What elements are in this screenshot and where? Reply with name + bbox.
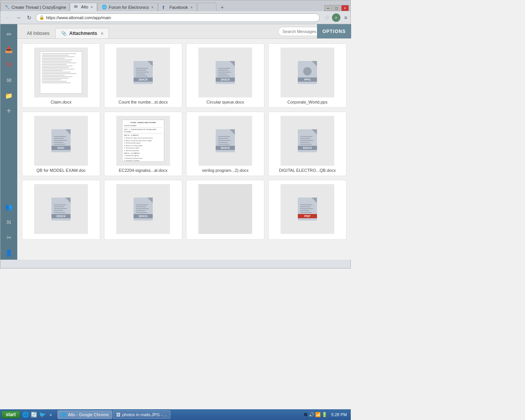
- file-thumbnail: PPS: [281, 48, 334, 97]
- forward-button[interactable]: →: [14, 13, 23, 22]
- file-name: verilog program...2).docx: [190, 168, 261, 173]
- taskbar-item-chrome[interactable]: 🌐 Alto - Google Chrome: [58, 410, 112, 419]
- tab-close-2[interactable]: ×: [91, 5, 93, 9]
- file-item[interactable]: [186, 180, 264, 240]
- file-thumbnail: DOCX: [116, 48, 170, 97]
- docx-icon: DOCX: [216, 129, 235, 152]
- tab-attachments[interactable]: 📎 Attachments ×: [55, 28, 109, 38]
- docx-icon: DOCX: [134, 61, 153, 84]
- minimize-button[interactable]: ─: [324, 5, 332, 11]
- taskbar-right: ⚙ 🔊 📶 🔋 5:28 PM: [304, 412, 349, 417]
- file-thumbnail: DOC: [34, 116, 88, 166]
- new-tab-button[interactable]: +: [218, 3, 226, 11]
- options-button[interactable]: OPTIONS: [317, 24, 351, 38]
- tray-icon-battery[interactable]: 🔋: [322, 412, 327, 417]
- file-thumbnail: DOCX: [34, 184, 88, 234]
- taskbar-item-chrome-label: Alto - Google Chrome: [68, 412, 109, 417]
- back-button[interactable]: ←: [3, 13, 12, 22]
- taskbar-quick-launch: 🌐 🔄 🐦 »: [21, 411, 54, 418]
- docx-icon: DOCX: [134, 198, 153, 221]
- file-name: Count the numbe...st.docx: [107, 100, 179, 104]
- file-item[interactable]: DOCX DIGITAL ELECTRO...QB.docx: [268, 112, 347, 176]
- tab-close-1[interactable]: ×: [69, 5, 69, 10]
- sidebar-icon-gmail[interactable]: M: [2, 58, 16, 72]
- file-item[interactable]: EC2204 - SIGNALS AND SYSTEMS QUESTION BA…: [104, 112, 182, 176]
- sidebar: ✏ 📥 M ✉ 📁 + 👥 31 ✂ 👤: [0, 24, 17, 260]
- pdf-icon: PDF: [298, 198, 317, 221]
- file-thumbnail: DOCX: [281, 116, 334, 166]
- attachments-tab-close[interactable]: ×: [101, 31, 103, 36]
- file-thumbnail: PDF: [281, 184, 334, 234]
- tray-icon-1[interactable]: ⚙: [304, 412, 308, 417]
- tab-forum[interactable]: 🌐 Forum for Electronics ×: [97, 3, 158, 11]
- tray-icon-3[interactable]: 📶: [315, 412, 321, 417]
- file-thumbnail: DOCX: [116, 184, 170, 234]
- tab-favicon-1: 🔧: [5, 5, 10, 10]
- extension-button[interactable]: A: [332, 13, 340, 22]
- file-name: DIGITAL ELECTRO...QB.docx: [272, 168, 343, 173]
- doc-icon: DOC: [51, 129, 71, 152]
- tab-label-4: Facebook: [169, 5, 188, 10]
- tab-all-inboxes[interactable]: All Inboxes: [21, 28, 55, 38]
- sidebar-icon-calendar[interactable]: 31: [2, 215, 16, 229]
- ec-preview: EC2204 - SIGNALS AND SYSTEMS QUESTION BA…: [122, 120, 164, 162]
- tray-icon-2[interactable]: 🔊: [309, 412, 314, 417]
- close-window-button[interactable]: ×: [341, 5, 349, 11]
- file-item[interactable]: DOCX Circular queue.docx: [186, 43, 264, 108]
- sidebar-icon-inbox[interactable]: 📥: [2, 43, 16, 56]
- content-tabs-bar: All Inboxes 📎 Attachments × 🔍 OPTIONS: [17, 24, 351, 39]
- sidebar-icon-folders[interactable]: 📁: [2, 89, 16, 102]
- maximize-button[interactable]: □: [333, 5, 340, 11]
- file-item[interactable]: PPS Corporate_World.pps: [268, 43, 347, 108]
- file-item[interactable]: DOC QB for MODEL EXAM.doc: [22, 112, 100, 176]
- main-content: All Inboxes 📎 Attachments × 🔍 OPTIONS: [17, 24, 351, 260]
- taskbar-refresh-icon[interactable]: 🔄: [30, 411, 38, 418]
- tab-label-1: Create Thread | CrazyEngine: [12, 5, 66, 10]
- file-name: EC2204-signalss...al.docx: [107, 168, 179, 173]
- address-bar: ← → ↻ 🔒 https://www.altomail.com/app/mai…: [0, 11, 350, 24]
- sidebar-icon-contacts[interactable]: 👥: [2, 200, 16, 214]
- chrome-taskbar-icon: 🌐: [61, 412, 66, 417]
- chrome-menu-button[interactable]: ≡: [344, 15, 347, 21]
- sidebar-icon-compose[interactable]: ✏: [2, 27, 16, 41]
- start-button[interactable]: start: [2, 411, 20, 418]
- sidebar-icon-add[interactable]: +: [2, 104, 16, 118]
- taskbar-items: 🌐 Alto - Google Chrome 🖼 photos in mails…: [58, 410, 302, 419]
- file-thumbnail: EC2204 - SIGNALS AND SYSTEMS QUESTION BA…: [116, 116, 170, 166]
- sidebar-icon-clips[interactable]: ✂: [2, 231, 16, 244]
- file-item[interactable]: DOCX Count the numbe...st.docx: [104, 43, 182, 108]
- file-item[interactable]: DOCX: [104, 180, 182, 240]
- file-name: Circular queue.docx: [190, 100, 261, 104]
- browser-window: 🔧 Create Thread | CrazyEngine × ✉ Alto ×…: [0, 0, 351, 268]
- reload-button[interactable]: ↻: [25, 13, 33, 22]
- taskbar-more-icon[interactable]: »: [47, 411, 54, 418]
- taskbar-item-photos[interactable]: 🖼 photos in mails.JPG - ...: [113, 410, 170, 419]
- file-item[interactable]: PDF: [268, 180, 347, 240]
- tab-label-3: Forum for Electronics: [109, 5, 149, 10]
- tab-close-3[interactable]: ×: [151, 5, 154, 10]
- sidebar-icon-profile[interactable]: 👤: [2, 246, 16, 260]
- file-thumbnail: DOCX: [198, 116, 252, 166]
- photos-taskbar-icon: 🖼: [116, 412, 121, 417]
- system-tray: ⚙ 🔊 📶 🔋: [304, 412, 327, 417]
- tab-5[interactable]: [197, 3, 216, 11]
- tab-close-4[interactable]: ×: [190, 5, 193, 10]
- sidebar-icon-mail[interactable]: ✉: [2, 73, 16, 87]
- tab-create-thread[interactable]: 🔧 Create Thread | CrazyEngine ×: [0, 3, 69, 11]
- file-thumbnail: [198, 184, 252, 234]
- url-bar[interactable]: 🔒 https://www.altomail.com/app/main: [36, 13, 320, 22]
- file-item[interactable]: DOCX verilog program...2).docx: [186, 112, 264, 176]
- file-thumbnail: [34, 48, 88, 97]
- tab-facebook[interactable]: f Facebook ×: [158, 3, 197, 11]
- taskbar-ie-icon[interactable]: 🌐: [21, 411, 29, 418]
- docx-icon: DOCX: [51, 198, 71, 221]
- file-name: Corporate_World.pps: [272, 100, 343, 104]
- bookmark-star[interactable]: ☆: [324, 14, 330, 21]
- file-item[interactable]: Claim.docx: [22, 43, 100, 108]
- file-item[interactable]: DOCX: [22, 180, 100, 240]
- taskbar-bird-icon[interactable]: 🐦: [38, 411, 46, 418]
- all-inboxes-label: All Inboxes: [27, 31, 50, 36]
- attachment-tab-icon: 📎: [61, 31, 67, 36]
- tab-alto[interactable]: ✉ Alto ×: [70, 3, 97, 11]
- app-layout: ✏ 📥 M ✉ 📁 + 👥 31 ✂ 👤 All Inboxes 📎 Attac…: [0, 24, 351, 260]
